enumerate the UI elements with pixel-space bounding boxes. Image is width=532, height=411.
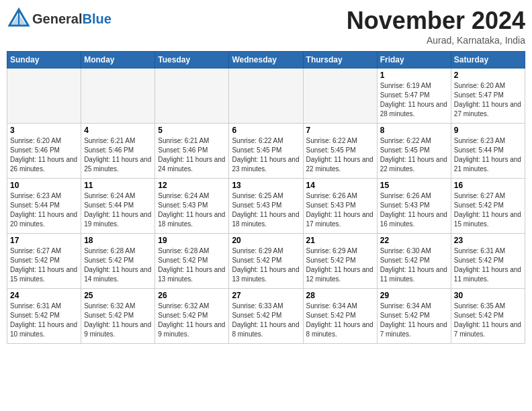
day-number: 25 — [84, 291, 152, 300]
day-info: Sunrise: 6:23 AM Sunset: 5:44 PM Dayligh… — [10, 191, 78, 229]
day-number: 23 — [454, 236, 522, 245]
day-number: 24 — [10, 291, 78, 300]
calendar-cell: 14Sunrise: 6:26 AM Sunset: 5:43 PM Dayli… — [303, 179, 377, 234]
day-number: 27 — [232, 291, 300, 300]
calendar-cell — [303, 68, 377, 124]
day-number: 8 — [380, 126, 448, 135]
weekday-tuesday: Tuesday — [155, 52, 229, 68]
day-info: Sunrise: 6:27 AM Sunset: 5:42 PM Dayligh… — [10, 246, 78, 284]
day-number: 12 — [158, 181, 226, 190]
day-info: Sunrise: 6:27 AM Sunset: 5:42 PM Dayligh… — [454, 191, 522, 229]
day-info: Sunrise: 6:20 AM Sunset: 5:46 PM Dayligh… — [10, 136, 78, 174]
calendar-cell: 6Sunrise: 6:22 AM Sunset: 5:45 PM Daylig… — [229, 124, 303, 179]
day-info: Sunrise: 6:21 AM Sunset: 5:46 PM Dayligh… — [158, 136, 226, 174]
calendar-cell: 16Sunrise: 6:27 AM Sunset: 5:42 PM Dayli… — [451, 179, 525, 234]
weekday-thursday: Thursday — [303, 52, 377, 68]
calendar-cell — [229, 68, 303, 124]
calendar-cell: 8Sunrise: 6:22 AM Sunset: 5:45 PM Daylig… — [377, 124, 451, 179]
day-info: Sunrise: 6:21 AM Sunset: 5:46 PM Dayligh… — [84, 136, 152, 174]
day-number: 6 — [232, 126, 300, 135]
day-number: 14 — [306, 181, 374, 190]
day-info: Sunrise: 6:19 AM Sunset: 5:47 PM Dayligh… — [380, 81, 448, 119]
calendar-week-2: 10Sunrise: 6:23 AM Sunset: 5:44 PM Dayli… — [7, 179, 525, 234]
day-number: 2 — [454, 71, 522, 80]
day-info: Sunrise: 6:32 AM Sunset: 5:42 PM Dayligh… — [84, 302, 152, 339]
day-number: 7 — [306, 126, 374, 135]
day-number: 21 — [306, 236, 374, 245]
day-number: 4 — [84, 126, 152, 135]
calendar-cell: 1Sunrise: 6:19 AM Sunset: 5:47 PM Daylig… — [377, 68, 451, 124]
day-number: 11 — [84, 181, 152, 190]
title-area: November 2024 Aurad, Karnataka, India — [347, 7, 525, 46]
day-info: Sunrise: 6:22 AM Sunset: 5:45 PM Dayligh… — [232, 136, 300, 174]
logo-blue: Blue — [82, 11, 111, 26]
weekday-friday: Friday — [377, 52, 451, 68]
logo-general: General — [32, 11, 82, 26]
calendar-cell: 27Sunrise: 6:33 AM Sunset: 5:42 PM Dayli… — [229, 289, 303, 344]
calendar-cell: 19Sunrise: 6:28 AM Sunset: 5:42 PM Dayli… — [155, 234, 229, 289]
calendar-week-4: 24Sunrise: 6:31 AM Sunset: 5:42 PM Dayli… — [7, 289, 525, 344]
day-number: 30 — [454, 291, 522, 300]
calendar-cell: 15Sunrise: 6:26 AM Sunset: 5:43 PM Dayli… — [377, 179, 451, 234]
calendar-cell: 30Sunrise: 6:35 AM Sunset: 5:42 PM Dayli… — [451, 289, 525, 344]
day-info: Sunrise: 6:25 AM Sunset: 5:43 PM Dayligh… — [232, 191, 300, 229]
day-info: Sunrise: 6:32 AM Sunset: 5:42 PM Dayligh… — [158, 302, 226, 339]
day-info: Sunrise: 6:31 AM Sunset: 5:42 PM Dayligh… — [10, 302, 78, 339]
calendar-cell: 5Sunrise: 6:21 AM Sunset: 5:46 PM Daylig… — [155, 124, 229, 179]
weekday-saturday: Saturday — [451, 52, 525, 68]
weekday-sunday: Sunday — [7, 52, 81, 68]
day-info: Sunrise: 6:29 AM Sunset: 5:42 PM Dayligh… — [306, 246, 374, 284]
day-info: Sunrise: 6:26 AM Sunset: 5:43 PM Dayligh… — [306, 191, 374, 229]
calendar-cell: 24Sunrise: 6:31 AM Sunset: 5:42 PM Dayli… — [7, 289, 81, 344]
day-info: Sunrise: 6:24 AM Sunset: 5:44 PM Dayligh… — [84, 191, 152, 229]
day-number: 18 — [84, 236, 152, 245]
calendar-cell: 13Sunrise: 6:25 AM Sunset: 5:43 PM Dayli… — [229, 179, 303, 234]
day-info: Sunrise: 6:28 AM Sunset: 5:42 PM Dayligh… — [158, 246, 226, 284]
day-number: 1 — [380, 71, 448, 80]
day-number: 3 — [10, 126, 78, 135]
calendar-week-3: 17Sunrise: 6:27 AM Sunset: 5:42 PM Dayli… — [7, 234, 525, 289]
day-number: 15 — [380, 181, 448, 190]
calendar-week-1: 3Sunrise: 6:20 AM Sunset: 5:46 PM Daylig… — [7, 124, 525, 179]
calendar-cell: 20Sunrise: 6:29 AM Sunset: 5:42 PM Dayli… — [229, 234, 303, 289]
calendar-cell — [7, 68, 81, 124]
day-number: 17 — [10, 236, 78, 245]
logo-icon — [7, 7, 31, 31]
day-info: Sunrise: 6:34 AM Sunset: 5:42 PM Dayligh… — [306, 302, 374, 339]
day-info: Sunrise: 6:29 AM Sunset: 5:42 PM Dayligh… — [232, 246, 300, 284]
day-info: Sunrise: 6:28 AM Sunset: 5:42 PM Dayligh… — [84, 246, 152, 284]
day-info: Sunrise: 6:22 AM Sunset: 5:45 PM Dayligh… — [306, 136, 374, 174]
day-number: 9 — [454, 126, 522, 135]
calendar-week-0: 1Sunrise: 6:19 AM Sunset: 5:47 PM Daylig… — [7, 68, 525, 124]
day-info: Sunrise: 6:23 AM Sunset: 5:44 PM Dayligh… — [454, 136, 522, 174]
day-info: Sunrise: 6:22 AM Sunset: 5:45 PM Dayligh… — [380, 136, 448, 174]
calendar-cell: 4Sunrise: 6:21 AM Sunset: 5:46 PM Daylig… — [81, 124, 155, 179]
weekday-monday: Monday — [81, 52, 155, 68]
day-number: 19 — [158, 236, 226, 245]
logo: GeneralBlue — [7, 7, 112, 31]
day-info: Sunrise: 6:34 AM Sunset: 5:42 PM Dayligh… — [380, 302, 448, 339]
calendar-cell: 9Sunrise: 6:23 AM Sunset: 5:44 PM Daylig… — [451, 124, 525, 179]
calendar-cell: 12Sunrise: 6:24 AM Sunset: 5:43 PM Dayli… — [155, 179, 229, 234]
calendar-cell: 7Sunrise: 6:22 AM Sunset: 5:45 PM Daylig… — [303, 124, 377, 179]
calendar-cell: 21Sunrise: 6:29 AM Sunset: 5:42 PM Dayli… — [303, 234, 377, 289]
day-number: 20 — [232, 236, 300, 245]
day-number: 10 — [10, 181, 78, 190]
day-number: 28 — [306, 291, 374, 300]
calendar-cell — [81, 68, 155, 124]
calendar-cell: 3Sunrise: 6:20 AM Sunset: 5:46 PM Daylig… — [7, 124, 81, 179]
day-info: Sunrise: 6:24 AM Sunset: 5:43 PM Dayligh… — [158, 191, 226, 229]
calendar-cell: 26Sunrise: 6:32 AM Sunset: 5:42 PM Dayli… — [155, 289, 229, 344]
calendar-table: SundayMondayTuesdayWednesdayThursdayFrid… — [7, 51, 525, 344]
calendar-cell — [155, 68, 229, 124]
calendar-cell: 17Sunrise: 6:27 AM Sunset: 5:42 PM Dayli… — [7, 234, 81, 289]
location: Aurad, Karnataka, India — [347, 35, 525, 46]
day-info: Sunrise: 6:26 AM Sunset: 5:43 PM Dayligh… — [380, 191, 448, 229]
weekday-header-row: SundayMondayTuesdayWednesdayThursdayFrid… — [7, 52, 525, 68]
calendar-cell: 11Sunrise: 6:24 AM Sunset: 5:44 PM Dayli… — [81, 179, 155, 234]
day-info: Sunrise: 6:20 AM Sunset: 5:47 PM Dayligh… — [454, 81, 522, 119]
calendar-cell: 10Sunrise: 6:23 AM Sunset: 5:44 PM Dayli… — [7, 179, 81, 234]
calendar-cell: 28Sunrise: 6:34 AM Sunset: 5:42 PM Dayli… — [303, 289, 377, 344]
day-number: 26 — [158, 291, 226, 300]
calendar-cell: 2Sunrise: 6:20 AM Sunset: 5:47 PM Daylig… — [451, 68, 525, 124]
